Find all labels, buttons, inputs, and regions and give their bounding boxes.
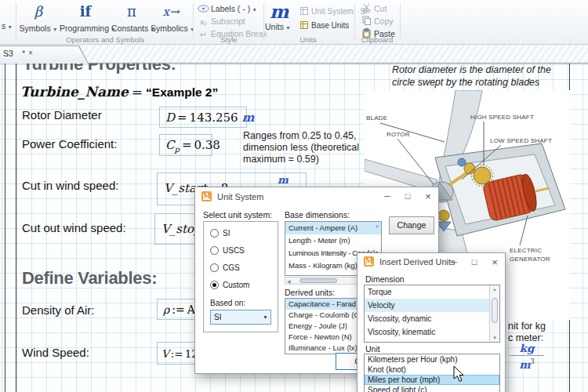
equals-sign: = [177, 111, 187, 125]
maximize-icon[interactable]: □ [397, 187, 418, 206]
dialog-titlebar: M Unit System ─ □ × [195, 187, 438, 206]
document-tab-strip: S3 * × [0, 45, 588, 64]
value-turbine-name: “Example 2” [146, 85, 218, 99]
scroll-left-icon[interactable]: ◀ [287, 278, 291, 284]
list-item[interactable]: Speed of light (c) [365, 385, 499, 392]
mathcad-logo-icon: M [201, 191, 212, 201]
note-rotor-diameter: Rotor diameter is the diameter of the ci… [392, 64, 551, 89]
minimize-icon[interactable]: ─ [444, 253, 464, 272]
list-item[interactable]: Viscosity, dynamic [365, 312, 499, 325]
cut-label: Cut [374, 4, 387, 13]
close-icon[interactable]: × [418, 187, 438, 206]
symbols-label: Symbols [19, 24, 50, 33]
dialog-titlebar: M Insert Derived Units ─ □ × [358, 253, 505, 271]
mouse-cursor [453, 365, 466, 383]
unit-m: m [278, 174, 289, 186]
var-C-sub: p [174, 145, 179, 154]
list-item[interactable]: Kilometers per Hour (kph) [365, 354, 499, 365]
maximize-icon[interactable]: □ [464, 253, 485, 272]
minimize-icon[interactable]: ─ [377, 187, 397, 206]
scrollbar-thumb[interactable] [299, 278, 337, 283]
units-button[interactable]: Units▼ [265, 21, 291, 33]
constants-label: Constants [111, 24, 148, 33]
subscript-label: Subscript [211, 16, 245, 26]
group-label-style: Style [198, 35, 260, 44]
radio-label: CGS [223, 263, 240, 272]
list-item[interactable]: Viscosity, kinematic [365, 325, 499, 339]
radio-si[interactable]: SI [210, 228, 230, 238]
labels-button[interactable]: Labels ( - )▼ [198, 3, 257, 15]
change-button[interactable]: Change [389, 216, 434, 234]
list-item-selected-mph[interactable]: Miles per hour (mph) [365, 375, 499, 385]
note-line: maximum = 0.59) [243, 154, 359, 165]
note-line: Rotor diameter is the diameter of the [392, 64, 551, 77]
math-region-power-coefficient[interactable]: Cp=0.38 [159, 134, 212, 156]
partial-button-label: s [2, 21, 5, 31]
x-arrow-icon: x→ [151, 2, 191, 20]
value-D: 143.256 [190, 111, 238, 125]
select-unit-system-label: Select unit system: [203, 210, 272, 220]
symbolics-button[interactable]: x→ Symbolics▼ [151, 2, 191, 34]
label-wind-speed: Wind Speed: [22, 346, 89, 359]
close-icon[interactable]: × [485, 253, 505, 272]
chevron-down-icon: ▼ [263, 310, 268, 324]
based-on-value: SI [214, 313, 221, 321]
radio-label: Custom [223, 281, 249, 289]
note-line: dimension less (theoretical [243, 142, 359, 154]
unit-m: m [519, 358, 530, 371]
list-item[interactable]: Current - Ampere (A) [285, 222, 381, 234]
unit-system-icon [298, 6, 310, 18]
unit-list[interactable]: Kilometers per Hour (kph) Knot (knot) Mi… [364, 354, 500, 392]
math-region-kg-per-m3[interactable]: kg m3 [510, 342, 544, 372]
symbols-button[interactable]: β Symbols▼ [19, 2, 58, 34]
scroll-up-icon[interactable]: ▲ [375, 223, 379, 228]
dimension-list[interactable]: Torque Velocity Viscosity, dynamic Visco… [364, 285, 500, 343]
image-label-high-speed-shaft: HIGH SPEED SHAFT [470, 114, 534, 121]
mathcad-logo-icon: M [364, 256, 374, 267]
exponent-3: 3 [530, 358, 534, 365]
image-label-rotor: ROTOR [387, 131, 410, 138]
radio-circle [210, 229, 219, 238]
label-power-coefficient: Power Coefficient: [22, 137, 117, 151]
group-label-units: Units [267, 35, 350, 44]
units-m-icon: m [270, 1, 289, 22]
equals-sign: = [182, 138, 192, 152]
list-item[interactable]: Knot (knot) [365, 365, 499, 375]
group-separator [193, 3, 194, 40]
modified-indicator: * [22, 49, 25, 58]
scroll-up-icon[interactable]: ▲ [490, 287, 499, 292]
subscript-icon: a₂ [198, 16, 209, 28]
based-on-combobox[interactable]: SI ▼ [210, 310, 271, 325]
chevron-down-icon: ▼ [7, 24, 13, 30]
tab-close-icon[interactable]: × [28, 49, 33, 57]
math-region-turbine-name[interactable]: Turbine_Name=“Example 2” [20, 84, 218, 100]
list-item[interactable]: Torque [365, 285, 499, 299]
list-item[interactable]: Velocity [365, 299, 499, 312]
copy-icon [361, 16, 372, 28]
base-units-button[interactable]: Base Units [298, 20, 349, 31]
radio-custom[interactable]: Custom [210, 280, 249, 290]
radio-uscs[interactable]: USCS [210, 245, 245, 256]
based-on-label: Based on: [210, 299, 245, 307]
document-tab[interactable]: S3 * × [0, 45, 89, 64]
note-power-coefficient: Ranges from 0.25 to 0.45, dimension less… [243, 130, 359, 165]
app-window: s▼ β Symbols▼ if Programming▼ π Constant… [0, 0, 588, 392]
base-dimensions-label: Base dimensions: [285, 210, 350, 220]
radio-cgs[interactable]: CGS [210, 263, 240, 273]
note-kg-fragment: nit for kg [508, 321, 546, 332]
radio-circle-selected [210, 281, 219, 289]
var-V: V [162, 347, 169, 360]
math-region-rotor-diameter[interactable]: D=143.256 m [159, 107, 247, 128]
group-label-clipboard: Clipboard [354, 35, 400, 44]
page-margin-line [16, 64, 16, 392]
constants-button[interactable]: π Constants▼ [111, 2, 152, 34]
image-label-blade: BLADE [366, 114, 387, 122]
base-units-icon [298, 20, 310, 32]
scrollbar-thumb[interactable] [492, 298, 498, 323]
ribbon-partial-button[interactable]: s▼ [2, 20, 13, 32]
unit-m: m [241, 111, 254, 125]
vertical-scrollbar[interactable]: ▲ ▼ [489, 285, 499, 342]
programming-button[interactable]: if Programming▼ [60, 2, 111, 34]
scroll-down-icon[interactable]: ▼ [490, 336, 499, 340]
list-item[interactable]: Length - Meter (m) [285, 234, 381, 247]
